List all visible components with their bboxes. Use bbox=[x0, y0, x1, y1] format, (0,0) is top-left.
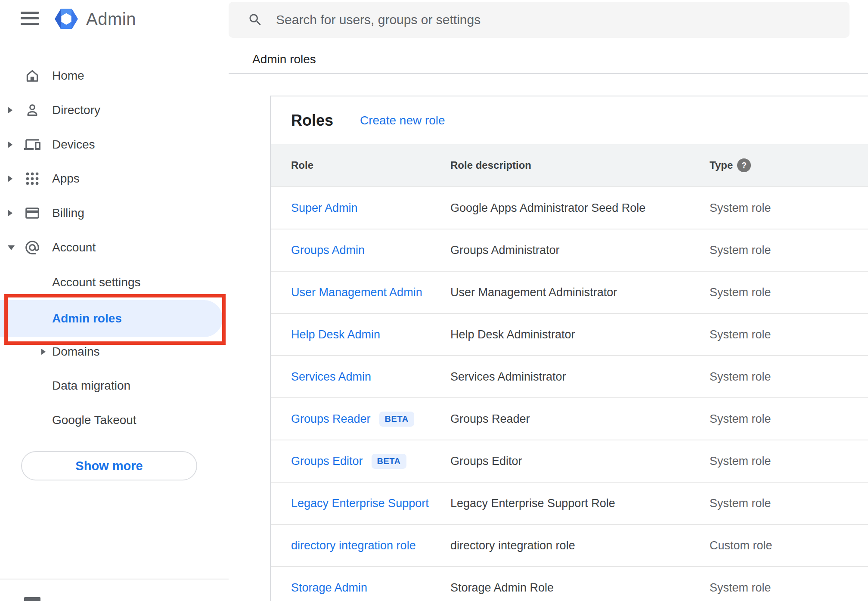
sidebar-item-data-migration[interactable]: Data migration bbox=[0, 369, 229, 403]
role-description: Storage Admin Role bbox=[450, 567, 554, 601]
role-link[interactable]: Groups Admin bbox=[291, 244, 365, 257]
column-header-description: Role description bbox=[450, 144, 531, 186]
column-header-role: Role bbox=[291, 144, 313, 186]
role-description: User Management Administrator bbox=[450, 272, 617, 313]
search-icon bbox=[248, 12, 263, 28]
sidebar-item-google-takeout[interactable]: Google Takeout bbox=[0, 403, 229, 437]
help-icon[interactable]: ? bbox=[737, 158, 751, 172]
google-admin-console: Admin Home Directory bbox=[0, 0, 868, 601]
table-row: Services Admin Services Administrator Sy… bbox=[271, 356, 868, 398]
search-input[interactable] bbox=[276, 2, 836, 38]
role-description: Services Administrator bbox=[450, 356, 566, 397]
search-bar[interactable] bbox=[229, 2, 849, 38]
sidebar-item-label: Domains bbox=[52, 345, 99, 359]
role-description: Groups Reader bbox=[450, 398, 530, 440]
sidebar-item-devices[interactable]: Devices bbox=[0, 127, 229, 162]
role-link[interactable]: User Management Admin bbox=[291, 286, 422, 299]
beta-badge: BETA bbox=[379, 412, 414, 427]
sidebar-item-home[interactable]: Home bbox=[0, 59, 229, 93]
devices-icon bbox=[24, 136, 40, 153]
breadcrumb: Admin roles bbox=[252, 53, 316, 66]
sidebar-item-domains[interactable]: Domains bbox=[0, 335, 229, 368]
sidebar-item-label: Home bbox=[52, 69, 84, 83]
role-type: System role bbox=[710, 567, 771, 601]
chevron-down-icon bbox=[8, 243, 14, 252]
role-type: System role bbox=[710, 440, 771, 482]
content-divider bbox=[229, 73, 868, 74]
app-title: Admin bbox=[86, 9, 136, 29]
sidebar-item-admin-roles-active[interactable]: Admin roles bbox=[0, 300, 223, 337]
sidebar-item-label: Data migration bbox=[52, 379, 130, 393]
role-description: Google Apps Administrator Seed Role bbox=[450, 187, 645, 229]
table-row: Help Desk Admin Help Desk Administrator … bbox=[271, 314, 868, 356]
beta-badge: BETA bbox=[372, 454, 406, 469]
role-link[interactable]: Legacy Enterprise Support bbox=[291, 497, 429, 510]
table-row: Super Admin Google Apps Administrator Se… bbox=[271, 187, 868, 229]
admin-logo-icon bbox=[54, 7, 79, 31]
chevron-right-icon bbox=[8, 209, 14, 217]
table-row: Storage Admin Storage Admin Role System … bbox=[271, 567, 868, 601]
sidebar-item-directory[interactable]: Directory bbox=[0, 93, 229, 127]
role-link[interactable]: Help Desk Admin bbox=[291, 328, 380, 341]
chevron-right-icon bbox=[8, 106, 14, 115]
person-icon bbox=[24, 102, 40, 118]
sidebar-item-apps[interactable]: Apps bbox=[0, 161, 229, 196]
role-description: Groups Editor bbox=[450, 440, 522, 482]
sidebar-item-billing[interactable]: Billing bbox=[0, 196, 229, 230]
partial-bottom-icon bbox=[24, 597, 40, 601]
sidebar-item-account[interactable]: Account bbox=[0, 230, 229, 265]
hamburger-menu-button[interactable] bbox=[21, 12, 39, 25]
sidebar-item-label: Account settings bbox=[52, 276, 140, 289]
table-row: directory integration role directory int… bbox=[271, 525, 868, 567]
chevron-right-icon bbox=[41, 347, 47, 356]
table-row: Groups Admin Groups Administrator System… bbox=[271, 229, 868, 272]
role-type: System role bbox=[710, 483, 771, 524]
chevron-right-icon bbox=[8, 140, 14, 149]
home-icon bbox=[24, 68, 40, 84]
table-row: Legacy Enterprise Support Legacy Enterpr… bbox=[271, 483, 868, 525]
hamburger-bar bbox=[21, 23, 39, 25]
at-sign-icon bbox=[24, 239, 40, 256]
role-link[interactable]: Storage Admin bbox=[291, 581, 367, 595]
sidebar: Admin Home Directory bbox=[0, 0, 229, 601]
sidebar-item-label: Billing bbox=[52, 206, 84, 220]
role-description: Help Desk Administrator bbox=[450, 314, 575, 355]
sidebar-item-label: Google Takeout bbox=[52, 413, 136, 427]
table-row: Groups Editor BETA Groups Editor System … bbox=[271, 440, 868, 483]
role-link[interactable]: Groups Editor bbox=[291, 455, 363, 468]
role-type: System role bbox=[710, 356, 771, 397]
role-type: System role bbox=[710, 187, 771, 229]
sidebar-item-label: Devices bbox=[52, 138, 95, 152]
table-header-row: Role Role description Type ? bbox=[271, 144, 868, 187]
chevron-right-icon bbox=[8, 174, 14, 183]
role-type: System role bbox=[710, 314, 771, 355]
table-row: Groups Reader BETA Groups Reader System … bbox=[271, 398, 868, 440]
column-header-type: Type bbox=[710, 144, 733, 186]
role-type: Custom role bbox=[710, 525, 772, 566]
role-type: System role bbox=[710, 272, 771, 313]
role-description: Legacy Enterprise Support Role bbox=[450, 483, 615, 524]
sidebar-divider bbox=[0, 579, 229, 579]
sidebar-item-label: Apps bbox=[52, 172, 80, 186]
role-link[interactable]: Services Admin bbox=[291, 370, 371, 384]
sidebar-item-label: Directory bbox=[52, 103, 100, 117]
sidebar-item-label: Admin roles bbox=[52, 312, 122, 325]
apps-grid-icon bbox=[24, 170, 40, 187]
hamburger-bar bbox=[21, 17, 39, 19]
role-description: directory integration role bbox=[450, 525, 575, 566]
roles-card: Roles Create new role Role Role descript… bbox=[270, 96, 868, 601]
create-new-role-link[interactable]: Create new role bbox=[360, 96, 445, 144]
credit-card-icon bbox=[24, 205, 40, 221]
role-description: Groups Administrator bbox=[450, 229, 560, 271]
sidebar-item-label: Account bbox=[52, 241, 96, 254]
role-type: System role bbox=[710, 398, 771, 440]
table-row: User Management Admin User Management Ad… bbox=[271, 272, 868, 314]
hamburger-bar bbox=[21, 12, 39, 14]
role-link[interactable]: Groups Reader bbox=[291, 412, 371, 426]
role-link[interactable]: directory integration role bbox=[291, 539, 416, 552]
role-link[interactable]: Super Admin bbox=[291, 201, 358, 215]
role-type: System role bbox=[710, 229, 771, 271]
sidebar-item-account-settings[interactable]: Account settings bbox=[0, 265, 229, 300]
show-more-button[interactable]: Show more bbox=[21, 451, 197, 480]
page-title: Roles bbox=[291, 96, 333, 144]
